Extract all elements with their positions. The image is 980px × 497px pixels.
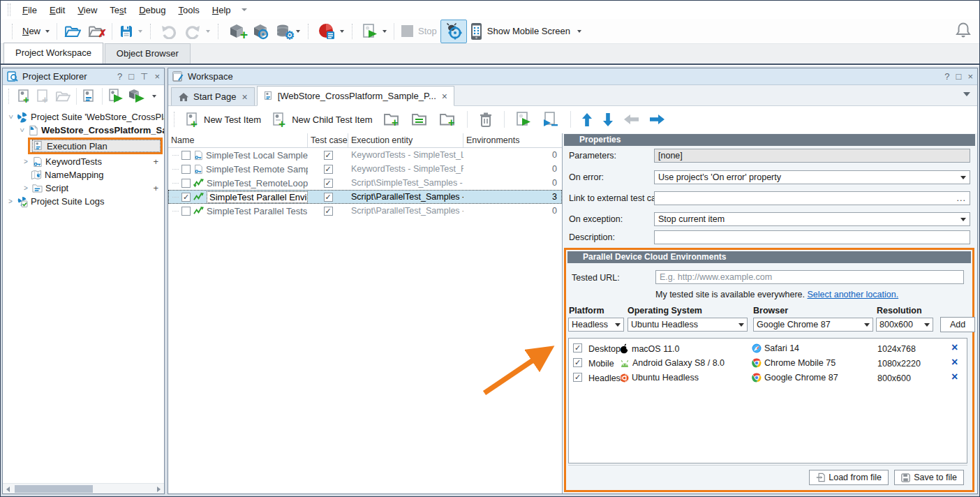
save-to-file-button[interactable]: Save to file	[894, 470, 964, 485]
tree-item-script[interactable]: > Script +	[3, 181, 164, 195]
test-case-checkbox[interactable]: ✓	[324, 179, 333, 188]
close-tab-icon[interactable]: ×	[442, 91, 447, 102]
execution-plan-button[interactable]	[82, 89, 96, 104]
ungroup-items-button[interactable]: +	[436, 110, 459, 129]
test-case-checkbox[interactable]: ✓	[324, 193, 333, 202]
add-new-project-button[interactable]: +	[17, 89, 31, 104]
expander-icon[interactable]: >	[22, 184, 29, 192]
object-spy-button[interactable]	[248, 21, 272, 42]
select-location-link[interactable]: Select another location.	[807, 290, 898, 299]
row-checkbox[interactable]: ✓	[181, 193, 191, 202]
browser-select[interactable]: Google Chrome 87	[753, 318, 873, 332]
close-tab-icon[interactable]: ×	[242, 91, 247, 103]
expander-icon[interactable]: >	[18, 127, 26, 134]
link-test-case-field[interactable]: ...	[654, 191, 970, 205]
resolution-select[interactable]: 800x600	[876, 318, 933, 332]
tab-execution-plan-editor[interactable]: [WebStore_CrossPlatform_Sample_P... ×	[257, 86, 454, 106]
notifications-button[interactable]	[956, 22, 971, 40]
group-items-button[interactable]	[408, 110, 431, 129]
run-focused-item-button[interactable]	[512, 109, 535, 130]
tree-item-project[interactable]: > WebStore_CrossPlatform_Sam	[3, 124, 164, 137]
environment-checkbox[interactable]: ✓	[573, 358, 582, 367]
add-environment-button[interactable]: Add	[940, 317, 975, 332]
menu-view[interactable]: View	[71, 3, 103, 17]
menu-edit[interactable]: Edit	[43, 3, 71, 17]
add-new-item-button[interactable]: +	[225, 21, 248, 42]
test-case-checkbox[interactable]: ✓	[324, 165, 333, 174]
new-child-test-item-button[interactable]: +New Child Test Item	[269, 110, 376, 130]
tree-item-project-suite[interactable]: > Project Suite 'WebStore_CrossPlatform_	[3, 110, 164, 124]
column-name[interactable]: Name	[168, 133, 308, 147]
tab-list-dropdown-icon[interactable]	[963, 92, 970, 96]
delete-environment-button[interactable]: ×	[951, 343, 958, 353]
data-generator-button[interactable]: ⚙	[272, 22, 304, 41]
description-field[interactable]	[654, 230, 970, 244]
float-button[interactable]: □	[956, 71, 962, 82]
browse-button[interactable]: ...	[957, 193, 966, 203]
delete-item-button[interactable]	[475, 110, 496, 129]
menu-file[interactable]: File	[16, 3, 43, 17]
scroll-right-icon[interactable]	[157, 487, 161, 492]
environment-row[interactable]: ✓ Desktop macOS 11.0 Safari 14 1024x768 …	[569, 341, 967, 356]
close-button[interactable]: ×	[154, 71, 160, 82]
new-test-item-button[interactable]: +New Test Item	[182, 110, 265, 130]
column-test-case[interactable]: Test case	[308, 133, 348, 147]
table-row[interactable]: SimpleTest_RemoteLoop ✓ Script\SimpleTes…	[168, 176, 562, 190]
results-button[interactable]	[315, 21, 348, 42]
tab-start-page[interactable]: Start Page ×	[171, 87, 255, 105]
menu-debug[interactable]: Debug	[133, 3, 172, 17]
tree-item-keywordtests[interactable]: > KeywordTests +	[3, 155, 164, 168]
new-button[interactable]: New	[19, 24, 53, 38]
platform-select[interactable]: Headless	[568, 318, 624, 332]
table-row[interactable]: SimpleTest Remote Sample ✓ KeywordTests …	[168, 162, 562, 176]
move-right-button[interactable]	[646, 112, 668, 126]
row-checkbox[interactable]	[181, 165, 191, 174]
table-row-selected[interactable]: ✓SimpleTest Parallel Environments ✓ Scri…	[168, 190, 562, 204]
expander-icon[interactable]: >	[7, 114, 15, 121]
run-project-button[interactable]	[108, 89, 124, 104]
expander-icon[interactable]: >	[7, 198, 14, 205]
add-item-button[interactable]: +	[153, 156, 158, 167]
float-button[interactable]: □	[128, 71, 134, 82]
menu-test[interactable]: Test	[103, 3, 133, 17]
open-item-button[interactable]	[55, 89, 70, 103]
expander-icon[interactable]: >	[22, 158, 29, 165]
on-exception-select[interactable]: Stop current item	[654, 212, 970, 226]
tab-project-workspace[interactable]: Project Workspace	[3, 43, 103, 64]
column-execution-entity[interactable]: Execution entity	[348, 133, 463, 147]
test-case-checkbox[interactable]: ✓	[324, 151, 333, 160]
menu-help[interactable]: Help	[206, 3, 237, 17]
run-project-suite-button[interactable]	[128, 89, 145, 104]
move-down-button[interactable]	[600, 111, 616, 128]
menu-overflow-icon[interactable]	[242, 8, 247, 11]
stop-button[interactable]: Stop	[398, 23, 440, 39]
add-item-button[interactable]: +	[153, 183, 158, 193]
run-test-button[interactable]	[359, 21, 390, 42]
convert-to-test-case-button[interactable]	[539, 109, 563, 130]
os-select[interactable]: Ubuntu Headless	[628, 318, 748, 332]
save-button[interactable]	[116, 22, 146, 40]
close-button[interactable]: ×	[967, 71, 973, 82]
new-group-button[interactable]: +	[380, 110, 403, 129]
device-spy-button[interactable]	[440, 20, 467, 43]
on-error-select[interactable]: Use project's 'On error' property	[654, 170, 970, 184]
environment-row[interactable]: ✓ Mobile Android Galaxy S8 / 8.0 Chrome …	[569, 356, 967, 371]
scroll-left-icon[interactable]	[6, 487, 10, 492]
move-up-button[interactable]	[579, 111, 595, 128]
environment-row[interactable]: ✓ Headless Ubuntu Headless Google Chrome…	[569, 371, 967, 385]
tree-item-project-suite-logs[interactable]: > Project Suite Logs	[3, 195, 164, 208]
tree-item-namemapping[interactable]: NameMapping	[3, 168, 164, 181]
row-checkbox[interactable]	[181, 151, 191, 160]
tab-object-browser[interactable]: Object Browser	[105, 43, 191, 64]
tested-url-input[interactable]	[655, 270, 964, 284]
environment-checkbox[interactable]: ✓	[573, 373, 582, 382]
menu-tools[interactable]: Tools	[172, 3, 206, 17]
load-from-file-button[interactable]: Load from file	[809, 470, 889, 485]
show-mobile-screen-button[interactable]: Show Mobile Screen	[467, 20, 585, 43]
row-checkbox[interactable]	[181, 207, 191, 216]
row-checkbox[interactable]	[181, 179, 191, 188]
table-row[interactable]: SimpleTest Local Sample ✓ KeywordTests -…	[168, 148, 562, 162]
environment-checkbox[interactable]: ✓	[573, 343, 582, 353]
close-project-button[interactable]: ✗	[84, 22, 108, 40]
column-environments[interactable]: Environments	[463, 133, 563, 147]
